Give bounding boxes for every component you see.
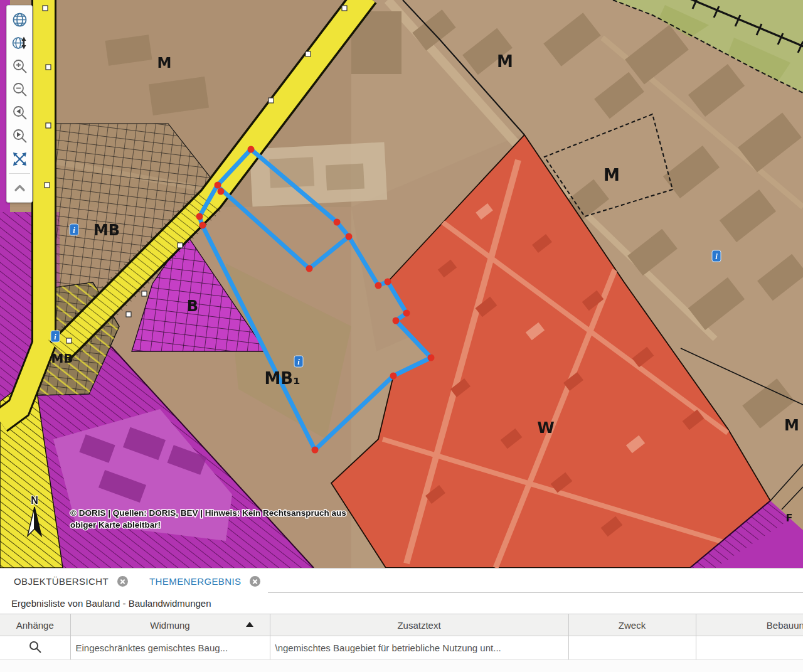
zone-label: F [786, 512, 793, 524]
info-icon: i [294, 356, 303, 367]
map-canvas[interactable]: i i i i M M M MB MB B MB₁ W M [0, 0, 803, 568]
zone-label: W [537, 419, 555, 437]
toolbar-divider [9, 173, 30, 174]
zone-label: M [604, 166, 620, 184]
column-header-bebauungsdichte[interactable]: Bebauungsdichte [696, 614, 803, 636]
cell-zusatztext: \ngemischtes Baugebiet für betriebliche … [270, 636, 568, 660]
column-header-zweck[interactable]: Zweck [568, 614, 696, 636]
globe-icon[interactable] [9, 8, 30, 31]
results-table: Anhänge Widmung Zusatztext Zweck Bebauun… [0, 614, 803, 660]
zoom-in-icon[interactable] [9, 55, 30, 78]
collapse-toolbar-icon[interactable] [9, 176, 30, 200]
zone-label: M [784, 417, 799, 434]
tab-themenergebnis[interactable]: THEMENERGEBNIS [136, 570, 268, 593]
close-tab-icon[interactable] [250, 576, 260, 587]
cell-zweck [568, 636, 696, 660]
full-extent-icon[interactable] [9, 147, 30, 171]
zoom-to-object-icon[interactable] [0, 636, 70, 660]
svg-text:N: N [31, 495, 38, 506]
column-header-zusatztext[interactable]: Zusatztext [270, 614, 568, 636]
close-tab-icon[interactable] [117, 576, 128, 587]
cell-widmung: Eingeschränktes gemischtes Baug... [70, 636, 270, 660]
results-panel: OBJEKTÜBERSICHT THEMENERGEBNIS Ergebnisl… [0, 568, 803, 672]
zone-label: B [187, 297, 198, 315]
zoom-out-icon[interactable] [9, 78, 30, 101]
sort-ascending-icon[interactable] [246, 622, 253, 627]
result-list-title: Ergebnisliste von Bauland - Baulandwidmu… [0, 593, 803, 614]
zone-label: M [157, 55, 172, 71]
map-svg: i i i i M M M MB MB B MB₁ W M [0, 0, 803, 568]
tab-label: THEMENERGEBNIS [149, 576, 241, 587]
column-header-anhaenge[interactable]: Anhänge [0, 614, 70, 636]
map-toolbar [6, 5, 33, 203]
zone-label: MB₁ [264, 369, 300, 388]
svg-text:obiger Karte ableitbar!: obiger Karte ableitbar! [70, 520, 161, 530]
svg-text:i: i [54, 332, 56, 341]
tab-bar: OBJEKTÜBERSICHT THEMENERGEBNIS [0, 568, 803, 593]
zone-label: MB [51, 351, 73, 366]
globe-pan-icon[interactable] [9, 31, 30, 55]
zone-label: M [497, 52, 513, 71]
info-icon: i [51, 331, 60, 342]
svg-text:© DORIS | Quellen: DORIS, BEV: © DORIS | Quellen: DORIS, BEV | Hinweis:… [70, 508, 346, 518]
cell-bebauungsdichte [696, 636, 803, 660]
zoom-previous-icon[interactable] [9, 101, 30, 124]
column-header-widmung[interactable]: Widmung [70, 614, 270, 636]
tab-objektuebersicht[interactable]: OBJEKTÜBERSICHT [0, 570, 136, 593]
table-header-row: Anhänge Widmung Zusatztext Zweck Bebauun… [0, 614, 803, 636]
info-icon: i [712, 250, 721, 262]
svg-text:i: i [73, 225, 75, 235]
table-filler [0, 660, 803, 672]
table-row[interactable]: Eingeschränktes gemischtes Baug... \ngem… [0, 636, 803, 660]
info-icon: i [70, 224, 78, 235]
column-header-label: Widmung [150, 620, 189, 631]
doris-map-viewer: i i i i M M M MB MB B MB₁ W M [0, 0, 803, 672]
svg-text:i: i [715, 252, 718, 261]
zone-label: MB [93, 221, 120, 239]
svg-text:i: i [297, 357, 300, 366]
tab-label: OBJEKTÜBERSICHT [14, 576, 109, 587]
zoom-next-icon[interactable] [9, 124, 30, 147]
